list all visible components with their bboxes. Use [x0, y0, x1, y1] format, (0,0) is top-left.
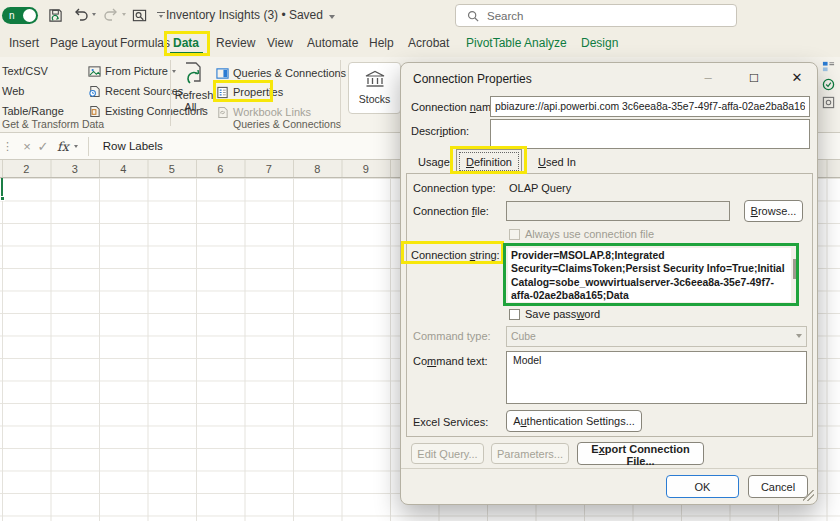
group-label-queries-connections: Queries & Connections	[233, 118, 341, 130]
tab-design[interactable]: Design	[581, 30, 618, 57]
formula-bar-divider	[88, 137, 89, 156]
ribbon-item-table-range[interactable]: Table/Range	[2, 103, 64, 119]
cancel-entry-icon[interactable]: ×	[19, 139, 35, 154]
queries-connections-icon	[216, 67, 229, 80]
title-chevron-icon	[329, 15, 335, 19]
print-preview-icon[interactable]	[130, 6, 148, 24]
connection-string-input[interactable]: Provider=MSOLAP.8;Integrated Security=Cl…	[508, 248, 791, 302]
command-text-input[interactable]: Model	[506, 351, 807, 404]
search-input[interactable]: Search	[455, 4, 737, 27]
save-password-label: Save password	[525, 308, 600, 320]
ribbon-item-stocks[interactable]: Stocks	[348, 62, 401, 114]
ribbon-item-refresh-all[interactable]: Refresh All	[172, 61, 216, 113]
excel-window: n Inventory Insights (3) • Saved Search	[0, 0, 840, 521]
ribbon-item-text-csv[interactable]: Text/CSV	[2, 63, 48, 79]
ribbon-item-web[interactable]: Web	[2, 83, 24, 99]
autosave-label: n	[9, 10, 15, 21]
tab-formulas[interactable]: Formulas	[120, 30, 170, 57]
browse-button[interactable]: Browse...	[744, 200, 803, 222]
column-header[interactable]: 6	[196, 160, 245, 178]
column-header[interactable]: 4	[99, 160, 148, 178]
tab-definition[interactable]: Definition	[456, 149, 522, 174]
cancel-button[interactable]: Cancel	[748, 475, 808, 498]
authentication-settings-button[interactable]: Authentication Settings...	[506, 410, 642, 432]
column-header[interactable]: 8	[293, 160, 342, 178]
namebox-resize-handle[interactable]: ⋮	[2, 140, 13, 153]
tab-acrobat[interactable]: Acrobat	[408, 30, 449, 57]
command-type-chevron-icon	[796, 334, 802, 338]
maximize-icon[interactable]: ☐	[739, 67, 769, 89]
search-icon	[467, 10, 479, 22]
column-header[interactable]: 3	[51, 160, 100, 178]
tab-help[interactable]: Help	[369, 30, 394, 57]
minimize-icon: –	[693, 67, 723, 89]
redo-chevron-icon	[122, 13, 126, 16]
titlebar: n Inventory Insights (3) • Saved Search	[0, 0, 840, 30]
resize-grip[interactable]	[803, 490, 814, 501]
autosave-knob	[23, 9, 36, 22]
ok-button[interactable]: OK	[666, 475, 739, 498]
undo-chevron-icon[interactable]	[92, 13, 96, 16]
connection-file-label: Connection file:	[413, 205, 489, 217]
connection-file-input[interactable]	[506, 201, 730, 221]
save-password-checkbox[interactable]	[509, 309, 520, 320]
close-icon[interactable]: ✕	[782, 67, 812, 89]
tab-insert[interactable]: Insert	[9, 30, 39, 57]
connection-name-label: Connection name:	[411, 101, 500, 113]
connection-properties-dialog: Connection Properties – ☐ ✕ Connection n…	[400, 62, 818, 505]
command-type-select: Cube	[506, 326, 807, 347]
formula-bar-input[interactable]: Row Labels	[103, 140, 163, 152]
tab-view[interactable]: View	[267, 30, 293, 57]
confirm-entry-icon[interactable]: ✓	[35, 139, 51, 154]
document-title[interactable]: Inventory Insights (3) • Saved	[166, 0, 335, 30]
selected-cell-border	[1, 178, 3, 197]
footer-divider	[401, 468, 817, 469]
tab-usage[interactable]: Usage	[409, 151, 459, 173]
ribbon-item-queries-connections[interactable]: Queries & Connections	[216, 65, 346, 81]
stocks-bank-icon	[364, 70, 386, 88]
excel-services-label: Excel Services:	[413, 416, 488, 428]
undo-icon[interactable]	[72, 6, 90, 24]
autosave-toggle[interactable]: n	[2, 7, 38, 24]
fill-handle[interactable]	[0, 196, 5, 201]
search-placeholder: Search	[487, 10, 523, 22]
description-label: Description:	[411, 125, 469, 137]
from-picture-icon	[88, 65, 101, 78]
column-header[interactable]: 9	[342, 160, 391, 178]
description-input[interactable]	[490, 119, 810, 149]
tab-page-layout[interactable]: Page Layout	[50, 30, 117, 57]
tab-pivottable-analyze[interactable]: PivotTable Analyze	[466, 30, 567, 57]
ribbon-separator	[170, 60, 171, 126]
column-header[interactable]: 7	[245, 160, 294, 178]
properties-icon	[216, 86, 229, 99]
connection-type-value: OLAP Query	[509, 182, 571, 194]
dialog-title: Connection Properties	[413, 72, 532, 86]
insert-function-icon[interactable]: fx	[57, 139, 69, 154]
tab-used-in[interactable]: Used In	[529, 151, 585, 173]
ribbon-item-from-picture[interactable]: From Picture	[88, 63, 176, 79]
tab-automate[interactable]: Automate	[307, 30, 358, 57]
ribbon-tab-row: Insert Page Layout Formulas Data Review …	[0, 30, 840, 57]
tab-review[interactable]: Review	[216, 30, 255, 57]
command-text-label: Command text:	[413, 355, 488, 367]
recent-sources-icon	[88, 85, 101, 98]
refresh-all-icon	[182, 61, 206, 87]
ribbon-item-recent-sources[interactable]: Recent Sources	[88, 83, 183, 99]
active-tab-underline	[170, 52, 203, 55]
ribbon-cutoff-icon-2[interactable]	[822, 78, 835, 91]
ribbon-item-properties[interactable]: Properties	[216, 84, 283, 100]
column-header[interactable]: 5	[148, 160, 197, 178]
connection-string-scrollbar[interactable]	[793, 259, 796, 279]
always-use-connection-file-checkbox	[509, 229, 520, 240]
ribbon-cutoff-icon-1[interactable]	[822, 60, 835, 73]
connection-name-input[interactable]	[490, 96, 810, 117]
export-connection-file-button[interactable]: Export Connection File...	[577, 442, 704, 465]
column-header[interactable]: 2	[2, 160, 51, 178]
workbook-links-icon	[216, 106, 229, 119]
group-label-get-transform: Get & Transform Data	[2, 118, 104, 130]
save-icon[interactable]	[46, 6, 64, 24]
edit-query-button: Edit Query...	[411, 443, 484, 464]
formula-bar-chevron-icon[interactable]	[74, 145, 78, 148]
connection-string-label: Connection string:	[411, 249, 500, 261]
ribbon-cutoff-icon-3[interactable]	[822, 96, 835, 109]
